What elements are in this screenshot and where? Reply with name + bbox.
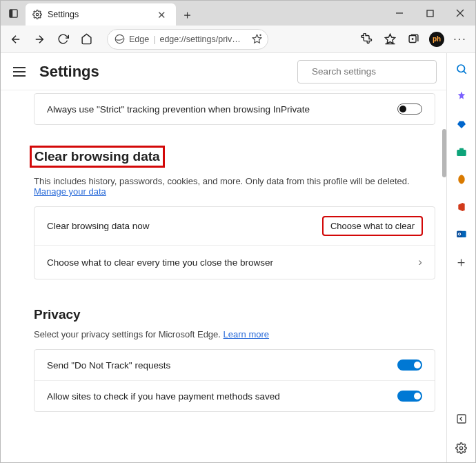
dnt-toggle[interactable] bbox=[397, 359, 422, 371]
gear-icon bbox=[32, 10, 42, 19]
svg-point-2 bbox=[36, 13, 39, 16]
payment-methods-row: Allow sites to check if you have payment… bbox=[34, 380, 435, 411]
choose-what-to-clear-button[interactable]: Choose what to clear bbox=[323, 217, 422, 235]
sidebar-office-icon[interactable] bbox=[454, 199, 469, 215]
search-settings-box[interactable] bbox=[297, 60, 437, 83]
chevron-right-icon: › bbox=[418, 255, 422, 269]
tab-close-icon[interactable]: ✕ bbox=[155, 8, 169, 21]
app-menu-button[interactable]: ··· bbox=[449, 28, 471, 50]
settings-header: Settings bbox=[1, 53, 446, 90]
clear-now-row: Clear browsing data now Choose what to c… bbox=[34, 207, 435, 245]
back-button[interactable] bbox=[5, 28, 27, 50]
settings-page: Settings Always use "Strict" tracking pr… bbox=[1, 53, 446, 462]
learn-more-link[interactable]: Learn more bbox=[224, 329, 269, 339]
svg-line-19 bbox=[464, 71, 466, 73]
tabs-panel-button[interactable] bbox=[1, 1, 26, 26]
manage-your-data-link[interactable]: Manage your data bbox=[34, 186, 106, 197]
privacy-heading: Privacy bbox=[34, 307, 435, 322]
settings-menu-button[interactable] bbox=[10, 63, 28, 81]
sidebar-tools-icon[interactable] bbox=[454, 144, 469, 159]
svg-marker-11 bbox=[385, 34, 395, 43]
row-label: Send "Do Not Track" requests bbox=[47, 360, 170, 371]
tab-title: Settings bbox=[48, 10, 79, 19]
browser-window: Settings ✕ ＋ Edge | edge://settings/priv… bbox=[0, 0, 476, 463]
tabstrip: Settings ✕ ＋ bbox=[1, 1, 475, 26]
privacy-card: Send "Do Not Track" requests Allow sites… bbox=[34, 349, 435, 412]
sidebar-collapse-icon[interactable] bbox=[454, 411, 469, 426]
page-title: Settings bbox=[39, 63, 99, 81]
tab-settings[interactable]: Settings ✕ bbox=[26, 3, 176, 26]
svg-point-27 bbox=[459, 446, 462, 449]
toolbar: Edge | edge://settings/priv… ph ··· bbox=[1, 26, 475, 53]
address-bar[interactable]: Edge | edge://settings/priv… bbox=[107, 29, 268, 50]
payment-methods-toggle[interactable] bbox=[397, 391, 422, 402]
clear-browsing-data-heading: Clear browsing data bbox=[34, 149, 160, 164]
svg-rect-20 bbox=[457, 150, 466, 156]
tracking-card: Always use "Strict" tracking prevention … bbox=[34, 93, 435, 125]
sidebar-add-button[interactable]: ＋ bbox=[454, 255, 469, 270]
collections-button[interactable] bbox=[402, 28, 424, 50]
privacy-description: Select your privacy settings for Microso… bbox=[34, 329, 435, 339]
svg-point-25 bbox=[458, 233, 459, 235]
tracking-strict-toggle[interactable] bbox=[397, 104, 422, 115]
search-settings-input[interactable] bbox=[310, 66, 430, 77]
avatar: ph bbox=[429, 32, 444, 47]
profile-button[interactable]: ph bbox=[426, 28, 448, 50]
dnt-row: Send "Do Not Track" requests bbox=[34, 350, 435, 380]
home-button[interactable] bbox=[75, 28, 97, 50]
row-label: Allow sites to check if you have payment… bbox=[47, 391, 280, 402]
window-close-button[interactable] bbox=[445, 1, 475, 26]
svg-point-18 bbox=[457, 65, 465, 72]
window-minimize-button[interactable] bbox=[384, 1, 415, 26]
tracking-strict-inprivate-row: Always use "Strict" tracking prevention … bbox=[34, 94, 435, 124]
forward-button[interactable] bbox=[28, 28, 50, 50]
svg-rect-21 bbox=[459, 148, 464, 150]
svg-rect-4 bbox=[427, 10, 433, 17]
window-maximize-button[interactable] bbox=[415, 1, 445, 26]
sidebar-games-icon[interactable] bbox=[454, 172, 469, 187]
favorites-button[interactable] bbox=[379, 28, 401, 50]
favorite-star-icon[interactable] bbox=[250, 32, 264, 46]
sidebar-outlook-icon[interactable] bbox=[454, 227, 469, 242]
refresh-button[interactable] bbox=[52, 28, 74, 50]
svg-rect-1 bbox=[9, 9, 12, 17]
clear-browsing-card: Clear browsing data now Choose what to c… bbox=[34, 206, 435, 279]
addressbar-url: edge://settings/priv… bbox=[159, 35, 246, 44]
edge-logo-icon bbox=[115, 34, 125, 44]
sidebar-discover-icon[interactable] bbox=[454, 89, 469, 104]
sidebar: ＋ bbox=[446, 53, 475, 462]
clear-on-close-row[interactable]: Choose what to clear every time you clos… bbox=[34, 245, 435, 279]
addressbar-separator: | bbox=[153, 35, 155, 44]
sidebar-search-icon[interactable] bbox=[454, 61, 469, 77]
row-label: Always use "Strict" tracking prevention … bbox=[47, 104, 310, 115]
clear-browsing-description: This includes history, passwords, cookie… bbox=[34, 176, 435, 197]
extensions-button[interactable] bbox=[355, 28, 377, 50]
annotation-highlight-heading: Clear browsing data bbox=[30, 146, 165, 168]
sidebar-shopping-icon[interactable] bbox=[454, 117, 469, 132]
row-label: Clear browsing data now bbox=[47, 221, 150, 231]
row-label: Choose what to clear every time you clos… bbox=[47, 257, 273, 268]
new-tab-button[interactable]: ＋ bbox=[176, 3, 198, 26]
sidebar-settings-gear-icon[interactable] bbox=[454, 440, 469, 455]
svg-rect-26 bbox=[457, 415, 466, 423]
addressbar-edge-label: Edge bbox=[129, 35, 149, 44]
